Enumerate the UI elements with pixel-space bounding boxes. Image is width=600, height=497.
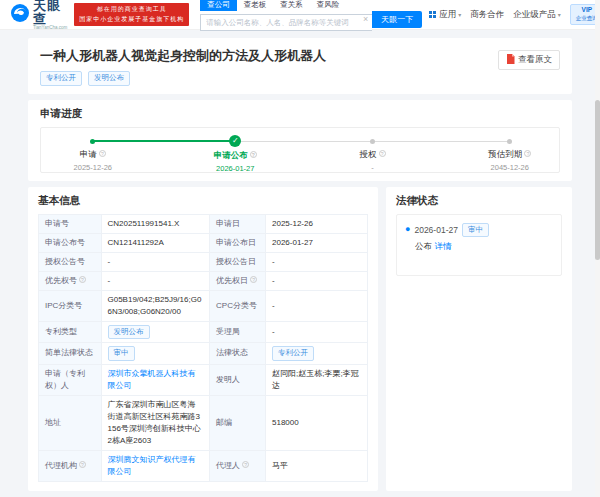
bullet-icon: ● bbox=[405, 225, 410, 234]
legal-detail-link[interactable]: 详情 bbox=[434, 241, 451, 251]
promo-badge: 都在用的商业查询工具 国家中小企业发展子基金旗下机构 bbox=[74, 3, 189, 26]
enterprise-product-label: 企业级产品 bbox=[513, 9, 556, 21]
clear-icon[interactable]: × bbox=[363, 14, 368, 24]
table-row: 授权公告号 - 授权公告日 - bbox=[39, 252, 368, 271]
legal-status-card: 法律状态 ● 2026-01-27 审中 公布 详情 bbox=[386, 187, 572, 491]
step-date: - bbox=[318, 163, 428, 172]
scrollbar-thumb[interactable] bbox=[595, 100, 600, 260]
table-row: 简单法律状态 审中 法律状态 专利公开 bbox=[39, 343, 368, 365]
info-icon[interactable]: ? bbox=[79, 276, 86, 283]
info-label-text: 优先权日 bbox=[216, 276, 248, 285]
step-date: 2026-01-27 bbox=[180, 164, 290, 173]
basic-info-section-title: 基本信息 bbox=[38, 194, 368, 208]
info-value: 赵同阳;赵玉栋;李栗;李冠达 bbox=[265, 364, 367, 395]
search-input[interactable] bbox=[200, 14, 372, 31]
info-label: 申请公布日 bbox=[210, 233, 266, 252]
view-original-button[interactable]: 查看原文 bbox=[498, 50, 560, 70]
info-label: 申请日 bbox=[210, 214, 266, 233]
info-icon[interactable]: ? bbox=[524, 150, 531, 157]
legal-status-item: ● 2026-01-27 审中 bbox=[405, 223, 553, 238]
patent-type-tag: 发明公布 bbox=[88, 71, 130, 86]
pdf-document-icon bbox=[506, 54, 515, 66]
info-label: 优先权日? bbox=[210, 271, 266, 290]
step-label: 预估到期 bbox=[488, 149, 522, 159]
agency-link[interactable]: 深圳腾文知识产权代理有限公司 bbox=[108, 455, 196, 476]
tianyancha-logo[interactable]: 天眼查 TianYanCha.com bbox=[10, 0, 67, 30]
legal-status-date: 2026-01-27 bbox=[414, 225, 457, 235]
info-value: 专利公开 bbox=[265, 343, 367, 365]
info-value: 审中 bbox=[101, 343, 210, 365]
timeline-step-apply: 申请? 2025-12-26 bbox=[38, 128, 148, 172]
timeline-step-publication: ✓ 申请公布? 2026-01-27 bbox=[180, 128, 290, 173]
step-label: 申请 bbox=[80, 149, 97, 159]
logo-text: 天眼查 TianYanCha.com bbox=[33, 0, 67, 30]
progress-section-title: 申请进度 bbox=[40, 107, 560, 121]
info-icon[interactable]: ? bbox=[250, 276, 257, 283]
info-icon[interactable]: ? bbox=[250, 151, 257, 158]
enterprise-product-menu[interactable]: 企业级产品 ▾ bbox=[513, 9, 561, 21]
logo-en-text: TianYanCha.com bbox=[33, 26, 67, 31]
info-label: 代理机构? bbox=[39, 450, 102, 481]
navbar-right: 应用 ▾ 商务合作 企业级产品 ▾ VIP 企业查询 此处有... ▾ bbox=[429, 4, 600, 24]
search-box: × bbox=[200, 11, 372, 31]
tianyancha-logo-icon bbox=[10, 3, 30, 27]
info-label-text: 代理机构 bbox=[45, 461, 77, 470]
info-value: 深圳腾文知识产权代理有限公司 bbox=[101, 450, 210, 481]
search-row: × 天眼一下 bbox=[200, 11, 422, 31]
info-icon[interactable]: ? bbox=[99, 150, 106, 157]
table-row: 优先权号? - 优先权日? - bbox=[39, 271, 368, 290]
promo-line1: 都在用的商业查询工具 bbox=[79, 5, 184, 15]
search-tab-boss[interactable]: 查老板 bbox=[237, 0, 274, 11]
info-legal-row: 基本信息 申请号 CN202511991541.X 申请日 2025-12-26… bbox=[28, 187, 572, 491]
info-label: 邮编 bbox=[210, 395, 266, 450]
table-row: 地址 广东省深圳市南山区粤海街道高新区社区科苑南路3156号深圳湾创新科技中心2… bbox=[39, 395, 368, 450]
info-label-text: 优先权号 bbox=[45, 276, 77, 285]
scrollbar-track[interactable] bbox=[595, 0, 600, 497]
top-navbar: 天眼查 TianYanCha.com 都在用的商业查询工具 国家中小企业发展子基… bbox=[0, 0, 600, 30]
legal-status-section-title: 法律状态 bbox=[396, 194, 562, 208]
step-date: 2045-12-26 bbox=[455, 163, 565, 172]
chevron-down-icon: ▾ bbox=[558, 11, 561, 18]
patent-status-tag: 专利公开 bbox=[40, 71, 82, 86]
step-date: 2025-12-26 bbox=[38, 163, 148, 172]
page-title: 一种人形机器人视觉起身控制的方法及人形机器人 bbox=[40, 47, 560, 65]
info-icon[interactable]: ? bbox=[79, 461, 86, 468]
info-icon[interactable]: ? bbox=[242, 461, 249, 468]
chevron-down-icon: ▾ bbox=[458, 11, 461, 18]
search-tab-company[interactable]: 查公司 bbox=[200, 0, 237, 11]
info-value: 马平 bbox=[265, 450, 367, 481]
basic-info-card: 基本信息 申请号 CN202511991541.X 申请日 2025-12-26… bbox=[28, 187, 378, 491]
logo-cn-text: 天眼查 bbox=[33, 0, 67, 25]
info-value: 518000 bbox=[265, 395, 367, 450]
table-row: 申请号 CN202511991541.X 申请日 2025-12-26 bbox=[39, 214, 368, 233]
progress-timeline: 申请? 2025-12-26 ✓ 申请公布? 2026-01-27 授权? - bbox=[40, 127, 560, 173]
info-value: 广东省深圳市南山区粤海街道高新区社区科苑南路3156号深圳湾创新科技中心2栋A座… bbox=[101, 395, 210, 450]
info-label: 申请号 bbox=[39, 214, 102, 233]
timeline-step-expiry: 预估到期? 2045-12-26 bbox=[455, 128, 565, 172]
info-value: - bbox=[101, 271, 210, 290]
info-value: 2026-01-27 bbox=[265, 233, 367, 252]
step-label: 授权 bbox=[360, 149, 377, 159]
info-label: CPC分类号 bbox=[210, 290, 266, 321]
step-label: 申请公布 bbox=[214, 150, 248, 160]
search-button[interactable]: 天眼一下 bbox=[372, 11, 422, 28]
view-original-label: 查看原文 bbox=[518, 54, 552, 66]
applicant-link[interactable]: 深圳市众擎机器人科技有限公司 bbox=[108, 369, 196, 390]
timeline-step-grant: 授权? - bbox=[318, 128, 428, 172]
legal-status-box: ● 2026-01-27 审中 公布 详情 bbox=[396, 214, 562, 277]
legal-status-tag: 审中 bbox=[462, 223, 489, 238]
info-value: - bbox=[101, 252, 210, 271]
business-cooperation-link[interactable]: 商务合作 bbox=[470, 9, 504, 21]
search-tab-relation[interactable]: 查关系 bbox=[273, 0, 310, 11]
info-value: 2025-12-26 bbox=[265, 214, 367, 233]
info-icon[interactable]: ? bbox=[379, 150, 386, 157]
info-label: 受理局 bbox=[210, 321, 266, 343]
info-value: 发明公布 bbox=[101, 321, 210, 343]
step-dot-icon bbox=[507, 139, 512, 144]
apps-menu[interactable]: 应用 ▾ bbox=[429, 9, 461, 21]
info-label: 申请公布号 bbox=[39, 233, 102, 252]
legal-event-label: 公布 bbox=[415, 241, 432, 251]
search-tab-risk[interactable]: 查风险 bbox=[310, 0, 347, 11]
info-label: 授权公告日 bbox=[210, 252, 266, 271]
step-dot-icon bbox=[90, 139, 95, 144]
